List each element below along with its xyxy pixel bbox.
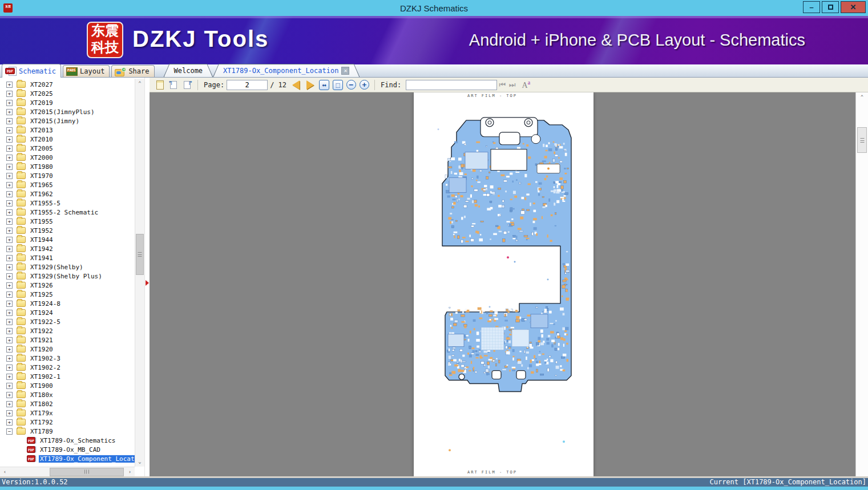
expander-icon[interactable] — [6, 182, 13, 188]
scroll-up-icon[interactable]: ⌃ — [135, 79, 144, 88]
doc-tab-welcome[interactable]: Welcome — [164, 64, 213, 77]
maximize-button[interactable] — [822, 1, 839, 13]
tree-item[interactable]: XT1924 — [0, 308, 135, 317]
expander-icon[interactable] — [6, 218, 13, 225]
rotate-left-icon[interactable] — [168, 80, 179, 90]
tree-item[interactable]: XT1962 — [0, 189, 135, 199]
tree-item[interactable]: XT2027 — [0, 80, 135, 89]
tree-item[interactable]: PDF XT1789-Ox_Schematics — [0, 436, 135, 445]
expander-icon[interactable] — [6, 209, 13, 216]
scrollbar-thumb[interactable] — [50, 468, 124, 476]
expander-icon[interactable] — [6, 255, 13, 261]
tree-item[interactable]: XT1955 — [0, 217, 135, 226]
expander-icon[interactable] — [6, 264, 13, 270]
tree-item[interactable]: XT1952 — [0, 226, 135, 235]
tree-item[interactable]: XT1902-3 — [0, 354, 135, 363]
find-previous-icon[interactable]: ⏮ — [499, 80, 506, 90]
tree-item[interactable]: XT1926 — [0, 281, 135, 290]
expander-icon[interactable] — [6, 164, 13, 170]
tree-item[interactable]: XT1802 — [0, 399, 135, 408]
splitter-arrow-icon[interactable] — [146, 280, 149, 286]
tree-item[interactable]: XT1942 — [0, 244, 135, 253]
expander-icon[interactable] — [6, 319, 13, 325]
tree-item[interactable]: XT2013 — [0, 125, 135, 135]
match-case-icon[interactable]: Aa — [522, 79, 531, 90]
expander-icon[interactable] — [6, 118, 13, 124]
find-next-icon[interactable]: ⏭ — [509, 80, 516, 90]
expander-icon[interactable] — [6, 82, 13, 88]
expander-icon[interactable] — [6, 337, 13, 343]
tree-item[interactable]: XT2005 — [0, 144, 135, 153]
tree-item[interactable]: XT1965 — [0, 180, 135, 189]
expander-icon[interactable] — [6, 100, 13, 106]
tree-item[interactable]: XT179x — [0, 408, 135, 418]
tree-item[interactable]: XT2010 — [0, 135, 135, 144]
expander-icon[interactable] — [6, 127, 13, 133]
doc-tab-current[interactable]: XT1789-Ox_Component_Location ✕ — [213, 64, 360, 77]
tree-item[interactable]: XT2019 — [0, 98, 135, 107]
expander-icon[interactable] — [6, 191, 13, 197]
tree-item[interactable]: XT1921 — [0, 335, 135, 345]
tree-item[interactable]: XT1970 — [0, 171, 135, 180]
expander-icon[interactable] — [6, 237, 13, 243]
zoom-in-button[interactable]: + — [360, 80, 369, 90]
scroll-up-icon[interactable]: ⌃ — [856, 92, 868, 102]
tree-item[interactable]: XT1922-5 — [0, 317, 135, 326]
close-button[interactable]: ✕ — [841, 1, 866, 13]
expander-icon[interactable] — [6, 136, 13, 143]
tree-item[interactable]: XT1929(Shelby Plus) — [0, 272, 135, 281]
expander-icon[interactable] — [6, 419, 13, 426]
expander-icon[interactable] — [6, 145, 13, 152]
expander-icon[interactable] — [6, 246, 13, 252]
expander-icon[interactable] — [6, 355, 13, 362]
panel-splitter[interactable] — [144, 78, 150, 476]
tree-item[interactable]: XT1980 — [0, 162, 135, 171]
rotate-right-icon[interactable] — [181, 80, 193, 90]
expander-icon[interactable] — [6, 291, 13, 298]
viewer-vertical-scrollbar[interactable]: ⌃ — [855, 92, 868, 476]
scrollbar-thumb[interactable] — [136, 234, 144, 275]
expander-icon[interactable] — [6, 428, 13, 435]
tree-item[interactable]: XT1922 — [0, 326, 135, 335]
expander-icon[interactable] — [6, 155, 13, 161]
tree-item[interactable]: XT1955-2 Schematic — [0, 208, 135, 217]
tree-vertical-scrollbar[interactable]: ⌃ ⌄ — [135, 79, 144, 467]
expander-icon[interactable] — [6, 282, 13, 289]
scrollbar-thumb[interactable] — [857, 127, 867, 153]
find-input[interactable] — [406, 80, 497, 90]
expander-icon[interactable] — [6, 392, 13, 398]
expander-icon[interactable] — [6, 328, 13, 334]
close-tab-icon[interactable]: ✕ — [341, 67, 349, 75]
zoom-out-button[interactable]: − — [346, 80, 356, 90]
expander-icon[interactable] — [6, 346, 13, 353]
tree-item[interactable]: XT1925 — [0, 290, 135, 299]
expander-icon[interactable] — [6, 109, 13, 115]
tree-item[interactable]: XT1924-8 — [0, 299, 135, 308]
tree-item[interactable]: XT1792 — [0, 418, 135, 427]
pdf-canvas[interactable]: ART FILM - TOP — [150, 92, 868, 476]
tree-item[interactable]: XT1789 — [0, 427, 135, 436]
tab-layout[interactable]: PADS Layout — [63, 65, 110, 77]
expander-icon[interactable] — [6, 310, 13, 316]
tab-schematic[interactable]: PDF Schematic — [2, 64, 61, 78]
expander-icon[interactable] — [6, 410, 13, 416]
expander-icon[interactable] — [6, 200, 13, 206]
tree-item[interactable]: XT1929(Shelby) — [0, 262, 135, 272]
tree-item[interactable]: XT1902-2 — [0, 363, 135, 372]
expander-icon[interactable] — [6, 365, 13, 371]
expander-icon[interactable] — [6, 91, 13, 97]
expander-icon[interactable] — [6, 228, 13, 234]
tree-item[interactable]: XT1902-1 — [0, 372, 135, 381]
tree-item[interactable]: XT1944 — [0, 235, 135, 244]
expander-icon[interactable] — [6, 374, 13, 380]
next-page-button[interactable] — [306, 80, 314, 90]
tree-item[interactable]: PDF XT1789-Ox_MB_CAD — [0, 445, 135, 454]
tab-share[interactable]: + Share — [111, 65, 154, 77]
previous-page-button[interactable] — [292, 80, 300, 90]
tree-item[interactable]: XT2025 — [0, 89, 135, 98]
expander-icon[interactable] — [6, 273, 13, 280]
page-number-input[interactable] — [227, 80, 268, 90]
expander-icon[interactable] — [6, 401, 13, 407]
tree-item[interactable]: XT1941 — [0, 253, 135, 262]
fit-width-button[interactable]: ↔ — [319, 80, 329, 90]
